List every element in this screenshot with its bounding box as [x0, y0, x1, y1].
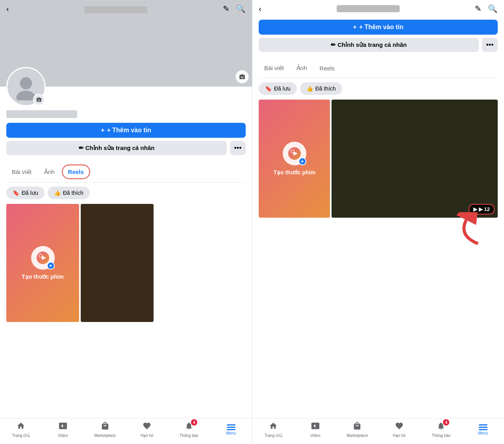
liked-btn-left[interactable]: 👍 Đã thích [48, 187, 90, 199]
menu-icon-right [479, 424, 487, 430]
tab-reels-right[interactable]: Reels [314, 61, 340, 75]
nav-thong-bao-label-right: Thông báo [432, 433, 450, 438]
notification-icon-left: 4 [185, 422, 193, 433]
search-icon-right[interactable]: 🔍 [488, 4, 498, 13]
nav-video-right[interactable]: Video [295, 422, 337, 438]
tab-bai-viet-left[interactable]: Bài viết [6, 165, 37, 179]
nav-video-left[interactable]: Video [42, 422, 84, 438]
nav-thong-bao-label-left: Thông báo [180, 433, 198, 438]
tab-anh-left[interactable]: Ảnh [39, 165, 60, 179]
left-top-bar: ‹ ✎ 🔍 [0, 0, 252, 17]
nav-trang-chu-label-left: Trang chủ [12, 433, 30, 438]
video-count-label-right: ▶ 12 [479, 206, 490, 212]
nav-menu-label-right: Menu [478, 431, 488, 435]
tab-anh-right[interactable]: Ảnh [291, 61, 313, 75]
svg-point-7 [291, 150, 294, 153]
right-top-bar: ‹ ✎ 🔍 [252, 0, 504, 17]
nav-thong-bao-left[interactable]: 4 Thông báo [168, 422, 210, 438]
nav-thong-bao-right[interactable]: 4 Thông báo [420, 422, 462, 438]
more-options-btn-right[interactable]: ••• [482, 38, 498, 52]
liked-btn-right[interactable]: 👍 Đã thích [300, 82, 342, 95]
user-name-blur-left [6, 110, 77, 118]
right-main-content: + + Thêm vào tin ✏ Chỉnh sửa trang cá nh… [252, 17, 504, 444]
nav-marketplace-right[interactable]: Marketplace [336, 422, 378, 438]
nav-video-label-right: Video [310, 433, 320, 438]
camera-cover-btn-left[interactable] [235, 70, 249, 83]
nav-video-label-left: Video [58, 433, 68, 438]
create-reel-tile-left[interactable]: + Tạo thước phim [6, 204, 79, 322]
reel-create-icon-right: + [283, 142, 306, 165]
edit-profile-label-left: ✏ Chỉnh sửa trang cá nhân [79, 144, 155, 152]
top-bar-right-icons-right: ✎ 🔍 [475, 4, 498, 13]
home-icon-right [269, 422, 278, 433]
edit-icon-right[interactable]: ✎ [475, 4, 482, 13]
back-button-left[interactable]: ‹ [6, 4, 9, 13]
search-icon-left[interactable]: 🔍 [236, 4, 246, 13]
username-blur-right [337, 5, 400, 12]
reel-create-icon-left: + [31, 246, 55, 270]
more-options-icon-left: ••• [234, 144, 242, 152]
bottom-nav-left: Trang chủ Video Marketplace Hẹn hò [0, 418, 252, 444]
reel-plus-badge-left: + [47, 262, 55, 270]
more-options-btn-left[interactable]: ••• [230, 141, 246, 155]
svg-point-0 [20, 77, 32, 89]
marketplace-icon-left [101, 422, 109, 433]
add-story-btn-right[interactable]: + + Thêm vào tin [259, 20, 498, 35]
edit-icon-left[interactable]: ✎ [223, 4, 230, 13]
create-reel-tile-right[interactable]: + Tạo thước phim [259, 100, 330, 218]
red-arrow-indicator [447, 212, 486, 253]
nav-trang-chu-label-right: Trang chủ [265, 433, 282, 438]
nav-trang-chu-right[interactable]: Trang chủ [252, 422, 295, 438]
notification-badge-right: 4 [443, 419, 449, 426]
nav-menu-right[interactable]: Menu [462, 424, 504, 435]
video-icon-right [311, 422, 320, 433]
nav-trang-chu-left[interactable]: Trang chủ [0, 422, 42, 438]
back-button-right[interactable]: ‹ [259, 4, 261, 13]
add-story-label-right: + Thêm vào tin [359, 24, 403, 31]
tabs-row-right: Bài viết Ảnh Reels [259, 58, 498, 78]
avatar-container-left [6, 67, 46, 106]
reels-grid-right: + Tạo thước phim ▶ ▶ 12 [259, 100, 498, 218]
edit-profile-row-right: ✏ Chỉnh sửa trang cá nhân ••• [259, 38, 498, 52]
nav-hen-ho-right[interactable]: Hẹn hò [378, 422, 421, 438]
reel-plus-badge-right: + [298, 157, 306, 165]
video-reel-tile-left[interactable] [81, 204, 154, 322]
add-story-icon-left: + [101, 127, 104, 134]
edit-profile-btn-left[interactable]: ✏ Chỉnh sửa trang cá nhân [6, 141, 227, 155]
video-icon-left [59, 422, 67, 433]
top-bar-right-icons: ✎ 🔍 [223, 4, 246, 13]
marketplace-icon-right [353, 422, 361, 433]
saved-liked-row-right: 🔖 Đã lưu 👍 Đã thích [259, 82, 498, 95]
tabs-row-left: Bài viết Ảnh Reels [6, 161, 246, 183]
saved-btn-left[interactable]: 🔖 Đã lưu [6, 187, 44, 199]
nav-hen-ho-left[interactable]: Hẹn hò [126, 422, 168, 438]
nav-marketplace-left[interactable]: Marketplace [84, 422, 126, 438]
saved-btn-right[interactable]: 🔖 Đã lưu [259, 82, 297, 95]
nav-menu-label-left: Menu [226, 431, 236, 435]
create-reel-label-right: Tạo thước phim [274, 169, 315, 176]
nav-marketplace-label-left: Marketplace [94, 433, 115, 438]
add-story-btn-left[interactable]: + + Thêm vào tin [6, 123, 246, 138]
notification-badge-left: 4 [191, 419, 197, 426]
nav-marketplace-label-right: Marketplace [346, 433, 368, 438]
reels-grid-left: + Tạo thước phim [6, 204, 246, 322]
saved-liked-row-left: 🔖 Đã lưu 👍 Đã thích [6, 187, 246, 199]
edit-profile-row-left: ✏ Chỉnh sửa trang cá nhân ••• [6, 141, 246, 155]
home-icon-left [17, 422, 25, 433]
nav-menu-left[interactable]: Menu [210, 424, 252, 435]
more-options-icon-right: ••• [486, 41, 494, 49]
menu-icon-left [227, 424, 235, 430]
dating-icon-right [395, 422, 404, 433]
notification-icon-right: 4 [437, 422, 445, 433]
add-story-label-left: + Thêm vào tin [107, 127, 151, 134]
tab-bai-viet-right[interactable]: Bài viết [259, 61, 289, 75]
edit-profile-btn-right[interactable]: ✏ Chỉnh sửa trang cá nhân [259, 38, 479, 52]
create-reel-label-left: Tạo thước phim [22, 274, 63, 280]
camera-avatar-btn-left[interactable] [33, 94, 45, 105]
left-phone-screen: ‹ ✎ 🔍 [0, 0, 252, 444]
edit-profile-label-right: ✏ Chỉnh sửa trang cá nhân [331, 41, 407, 48]
tab-reels-left[interactable]: Reels [62, 165, 90, 179]
nav-hen-ho-label-left: Hẹn hò [141, 433, 154, 438]
username-blur-left [84, 6, 147, 13]
video-reel-tile-right[interactable]: ▶ ▶ 12 [332, 100, 498, 218]
